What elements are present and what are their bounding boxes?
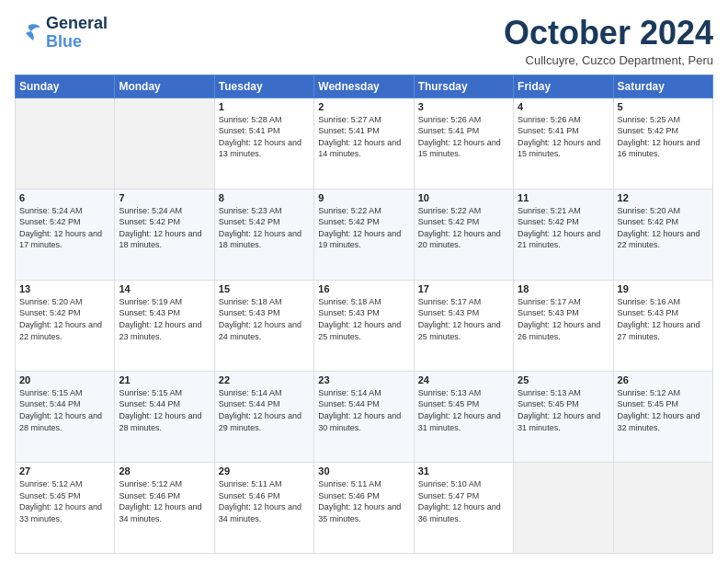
day-number: 4: [518, 101, 609, 112]
calendar-table: SundayMondayTuesdayWednesdayThursdayFrid…: [15, 75, 713, 554]
location: Cullcuyre, Cuzco Department, Peru: [504, 53, 713, 67]
calendar-day-cell: 16Sunrise: 5:18 AM Sunset: 5:43 PM Dayli…: [314, 280, 414, 371]
day-number: 29: [219, 465, 310, 477]
day-info: Sunrise: 5:23 AM Sunset: 5:42 PM Dayligh…: [219, 205, 310, 251]
day-number: 16: [318, 283, 409, 294]
day-number: 22: [219, 374, 310, 385]
day-number: 1: [219, 101, 310, 112]
calendar-day-cell: 4Sunrise: 5:26 AM Sunset: 5:41 PM Daylig…: [514, 98, 613, 189]
day-number: 3: [418, 101, 509, 112]
calendar-day-cell: 6Sunrise: 5:24 AM Sunset: 5:42 PM Daylig…: [16, 189, 115, 280]
day-info: Sunrise: 5:21 AM Sunset: 5:42 PM Dayligh…: [518, 205, 609, 251]
title-block: October 2024 Cullcuyre, Cuzco Department…: [504, 15, 713, 67]
calendar-day-header: Monday: [115, 75, 214, 98]
calendar-day-cell: 27Sunrise: 5:12 AM Sunset: 5:45 PM Dayli…: [16, 462, 115, 553]
day-info: Sunrise: 5:17 AM Sunset: 5:43 PM Dayligh…: [418, 296, 509, 342]
day-info: Sunrise: 5:18 AM Sunset: 5:43 PM Dayligh…: [219, 296, 310, 342]
day-info: Sunrise: 5:17 AM Sunset: 5:43 PM Dayligh…: [518, 296, 609, 342]
day-number: 25: [518, 374, 609, 385]
day-info: Sunrise: 5:19 AM Sunset: 5:43 PM Dayligh…: [119, 296, 210, 342]
day-number: 24: [418, 374, 509, 385]
day-info: Sunrise: 5:10 AM Sunset: 5:47 PM Dayligh…: [418, 478, 509, 524]
logo: General Blue: [15, 15, 108, 52]
calendar-day-cell: 2Sunrise: 5:27 AM Sunset: 5:41 PM Daylig…: [314, 98, 414, 189]
day-number: 2: [318, 101, 409, 112]
day-info: Sunrise: 5:24 AM Sunset: 5:42 PM Dayligh…: [19, 205, 110, 251]
day-info: Sunrise: 5:24 AM Sunset: 5:42 PM Dayligh…: [119, 205, 210, 251]
calendar-day-cell: 17Sunrise: 5:17 AM Sunset: 5:43 PM Dayli…: [414, 280, 513, 371]
day-info: Sunrise: 5:14 AM Sunset: 5:44 PM Dayligh…: [219, 387, 310, 433]
calendar-day-cell: 3Sunrise: 5:26 AM Sunset: 5:41 PM Daylig…: [414, 98, 513, 189]
calendar-day-cell: 24Sunrise: 5:13 AM Sunset: 5:45 PM Dayli…: [414, 371, 513, 462]
day-info: Sunrise: 5:12 AM Sunset: 5:45 PM Dayligh…: [618, 387, 709, 433]
calendar-day-cell: 20Sunrise: 5:15 AM Sunset: 5:44 PM Dayli…: [16, 371, 115, 462]
day-number: 31: [418, 465, 509, 477]
day-number: 19: [618, 283, 709, 294]
calendar-day-cell: 18Sunrise: 5:17 AM Sunset: 5:43 PM Dayli…: [514, 280, 613, 371]
day-info: Sunrise: 5:25 AM Sunset: 5:42 PM Dayligh…: [618, 114, 709, 160]
calendar-day-cell: 12Sunrise: 5:20 AM Sunset: 5:42 PM Dayli…: [613, 189, 712, 280]
calendar-week-row: 20Sunrise: 5:15 AM Sunset: 5:44 PM Dayli…: [16, 371, 713, 462]
calendar-day-cell: 19Sunrise: 5:16 AM Sunset: 5:43 PM Dayli…: [613, 280, 712, 371]
day-number: 12: [618, 192, 709, 203]
day-number: 21: [119, 374, 210, 385]
day-info: Sunrise: 5:28 AM Sunset: 5:41 PM Dayligh…: [219, 114, 310, 160]
day-info: Sunrise: 5:16 AM Sunset: 5:43 PM Dayligh…: [618, 296, 709, 342]
calendar-day-header: Sunday: [16, 75, 115, 98]
calendar-day-header: Saturday: [613, 75, 712, 98]
day-info: Sunrise: 5:20 AM Sunset: 5:42 PM Dayligh…: [618, 205, 709, 251]
day-info: Sunrise: 5:22 AM Sunset: 5:42 PM Dayligh…: [318, 205, 409, 251]
calendar-day-cell: 28Sunrise: 5:12 AM Sunset: 5:46 PM Dayli…: [115, 462, 214, 553]
day-info: Sunrise: 5:12 AM Sunset: 5:46 PM Dayligh…: [119, 478, 210, 524]
calendar-day-cell: 29Sunrise: 5:11 AM Sunset: 5:46 PM Dayli…: [214, 462, 313, 553]
calendar-week-row: 1Sunrise: 5:28 AM Sunset: 5:41 PM Daylig…: [16, 98, 713, 189]
day-info: Sunrise: 5:15 AM Sunset: 5:44 PM Dayligh…: [119, 387, 210, 433]
day-number: 23: [318, 374, 409, 385]
calendar-day-cell: 14Sunrise: 5:19 AM Sunset: 5:43 PM Dayli…: [115, 280, 214, 371]
day-number: 30: [318, 465, 409, 477]
calendar-day-cell: [16, 98, 115, 189]
calendar-day-cell: [514, 462, 613, 553]
calendar-day-cell: 22Sunrise: 5:14 AM Sunset: 5:44 PM Dayli…: [214, 371, 313, 462]
calendar-day-cell: 21Sunrise: 5:15 AM Sunset: 5:44 PM Dayli…: [115, 371, 214, 462]
day-info: Sunrise: 5:22 AM Sunset: 5:42 PM Dayligh…: [418, 205, 509, 251]
day-info: Sunrise: 5:11 AM Sunset: 5:46 PM Dayligh…: [318, 478, 409, 524]
day-number: 15: [219, 283, 310, 294]
day-info: Sunrise: 5:12 AM Sunset: 5:45 PM Dayligh…: [19, 478, 110, 524]
day-number: 8: [219, 192, 310, 203]
day-info: Sunrise: 5:20 AM Sunset: 5:42 PM Dayligh…: [19, 296, 110, 342]
calendar-header-row: SundayMondayTuesdayWednesdayThursdayFrid…: [16, 75, 713, 98]
day-number: 6: [19, 192, 110, 203]
calendar-day-cell: 1Sunrise: 5:28 AM Sunset: 5:41 PM Daylig…: [214, 98, 313, 189]
day-number: 7: [119, 192, 210, 203]
calendar-day-cell: [613, 462, 712, 553]
day-number: 10: [418, 192, 509, 203]
day-info: Sunrise: 5:27 AM Sunset: 5:41 PM Dayligh…: [318, 114, 409, 160]
month-title: October 2024: [504, 15, 713, 52]
day-number: 13: [19, 283, 110, 294]
day-number: 28: [119, 465, 210, 477]
calendar-day-header: Tuesday: [214, 75, 313, 98]
day-number: 5: [618, 101, 709, 112]
day-info: Sunrise: 5:18 AM Sunset: 5:43 PM Dayligh…: [318, 296, 409, 342]
calendar-day-cell: 30Sunrise: 5:11 AM Sunset: 5:46 PM Dayli…: [314, 462, 414, 553]
day-number: 11: [518, 192, 609, 203]
calendar-day-cell: 10Sunrise: 5:22 AM Sunset: 5:42 PM Dayli…: [414, 189, 513, 280]
logo-text: General Blue: [46, 15, 108, 52]
calendar-day-cell: 5Sunrise: 5:25 AM Sunset: 5:42 PM Daylig…: [613, 98, 712, 189]
logo-bird-icon: [15, 22, 42, 44]
calendar-day-cell: 31Sunrise: 5:10 AM Sunset: 5:47 PM Dayli…: [414, 462, 513, 553]
day-info: Sunrise: 5:26 AM Sunset: 5:41 PM Dayligh…: [418, 114, 509, 160]
calendar-day-cell: 7Sunrise: 5:24 AM Sunset: 5:42 PM Daylig…: [115, 189, 214, 280]
day-number: 27: [19, 465, 110, 477]
day-info: Sunrise: 5:13 AM Sunset: 5:45 PM Dayligh…: [418, 387, 509, 433]
calendar-day-cell: 9Sunrise: 5:22 AM Sunset: 5:42 PM Daylig…: [314, 189, 414, 280]
calendar-day-header: Friday: [514, 75, 613, 98]
day-info: Sunrise: 5:15 AM Sunset: 5:44 PM Dayligh…: [19, 387, 110, 433]
calendar-day-header: Wednesday: [314, 75, 414, 98]
calendar-day-cell: 8Sunrise: 5:23 AM Sunset: 5:42 PM Daylig…: [214, 189, 313, 280]
day-number: 17: [418, 283, 509, 294]
calendar-day-header: Thursday: [414, 75, 513, 98]
day-info: Sunrise: 5:13 AM Sunset: 5:45 PM Dayligh…: [518, 387, 609, 433]
day-number: 9: [318, 192, 409, 203]
